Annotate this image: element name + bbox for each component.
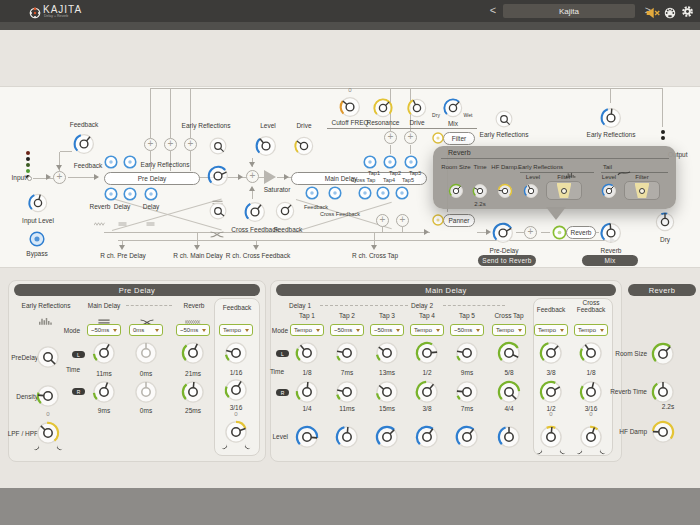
mp-time-l5-knob[interactable] bbox=[453, 339, 481, 367]
mp-level-5-knob[interactable] bbox=[453, 423, 481, 451]
mp-mode-select-tap2[interactable]: ~50ms bbox=[330, 324, 364, 336]
send-to-reverb-button[interactable]: Send to Reverb bbox=[478, 255, 536, 266]
midi-icon[interactable] bbox=[664, 5, 676, 17]
filter-drive-knob[interactable] bbox=[405, 96, 429, 120]
mp-time-r5-knob[interactable] bbox=[453, 378, 481, 406]
reverb-mix-button[interactable]: Mix bbox=[582, 255, 638, 266]
reverb-predelay-knob[interactable] bbox=[490, 220, 516, 246]
reverb-tap-knob[interactable] bbox=[103, 186, 119, 202]
mp-left-badge[interactable]: L bbox=[276, 350, 289, 357]
er-level-knob[interactable] bbox=[205, 163, 231, 189]
mp-feedback-l-knob[interactable] bbox=[537, 339, 565, 367]
input-level-knob[interactable] bbox=[26, 191, 50, 215]
mp-mode-select-crosstap[interactable]: Tempo bbox=[492, 324, 526, 336]
mp-time-l4-knob[interactable] bbox=[413, 339, 441, 367]
mp-mode-select-feedback[interactable]: Tempo bbox=[534, 324, 568, 336]
overlay-er-filter-box[interactable] bbox=[546, 181, 582, 200]
filter-module[interactable]: Filter bbox=[443, 132, 475, 145]
cutoff-freq-knob[interactable] bbox=[337, 94, 363, 120]
pp-mode-select-feedback[interactable]: Tempo bbox=[219, 324, 253, 336]
tap4-knob[interactable] bbox=[375, 185, 391, 201]
pp-time-r-cross-knob[interactable] bbox=[132, 378, 160, 406]
pp-time-l-reverb-knob[interactable] bbox=[179, 339, 207, 367]
rv-reverb-time-knob[interactable] bbox=[649, 378, 677, 406]
mp-time-r3-knob[interactable] bbox=[373, 378, 401, 406]
pp-time-l-main-knob[interactable] bbox=[90, 339, 118, 367]
mp-right-badge[interactable]: R bbox=[276, 389, 289, 396]
pp-left-badge[interactable]: L bbox=[72, 351, 85, 358]
rv-room-size-knob[interactable] bbox=[649, 340, 677, 368]
mp-mode-select-crossfeedback[interactable]: Tempo bbox=[574, 324, 608, 336]
mp-time-l6-knob[interactable] bbox=[495, 339, 523, 367]
md-feedback-knob-small[interactable] bbox=[304, 185, 320, 201]
cross-tap-knob[interactable] bbox=[357, 185, 373, 201]
mp-level-1-knob[interactable] bbox=[293, 423, 321, 451]
overlay-er-level-knob[interactable] bbox=[522, 182, 540, 200]
filter-module-knob[interactable] bbox=[431, 131, 445, 145]
dry-knob[interactable] bbox=[653, 210, 677, 234]
er-return-knob[interactable] bbox=[598, 105, 624, 131]
bypass-button[interactable] bbox=[28, 230, 46, 248]
mp-level-3-knob[interactable] bbox=[373, 423, 401, 451]
mp-level-2-knob[interactable] bbox=[333, 423, 361, 451]
filter-handle[interactable] bbox=[561, 188, 567, 194]
mp-mode-select-tap5[interactable]: ~50ms bbox=[450, 324, 484, 336]
overlay-tail-filter-box[interactable] bbox=[624, 181, 660, 200]
pp-mode-select-main[interactable]: ~50ms bbox=[87, 324, 121, 336]
reverb-module[interactable]: Reverb bbox=[566, 226, 596, 239]
pp-density-knob[interactable] bbox=[34, 382, 62, 410]
gear-icon[interactable] bbox=[681, 4, 694, 17]
pp-lpf-hpf-knob[interactable] bbox=[34, 419, 62, 447]
panner-module[interactable]: Panner bbox=[443, 214, 475, 227]
mp-time-l3-knob[interactable] bbox=[373, 339, 401, 367]
er-out-level-knob[interactable] bbox=[253, 133, 279, 159]
feedback-knob[interactable] bbox=[71, 131, 97, 157]
tap5-knob[interactable] bbox=[394, 185, 410, 201]
pp-time-l-cross-knob[interactable] bbox=[132, 339, 160, 367]
overlay-time-knob[interactable] bbox=[471, 182, 489, 200]
pre-delay-module[interactable]: Pre Delay bbox=[104, 172, 200, 185]
preset-display[interactable]: Kajita bbox=[503, 4, 635, 18]
pp-time-r-reverb-knob[interactable] bbox=[179, 378, 207, 406]
delay-tap-knob-1[interactable] bbox=[122, 186, 138, 202]
mp-cross-feedback-r-knob[interactable] bbox=[577, 378, 605, 406]
rv-hf-damp-knob[interactable] bbox=[649, 418, 677, 446]
mp-level-6-knob[interactable] bbox=[495, 423, 523, 451]
mp-feedback-filter-knob[interactable] bbox=[537, 423, 565, 451]
overlay-hf-damp-knob[interactable] bbox=[496, 182, 514, 200]
mp-time-r4-knob[interactable] bbox=[413, 378, 441, 406]
filter-handle[interactable] bbox=[639, 188, 645, 194]
panner-module-knob[interactable] bbox=[431, 213, 445, 227]
er-predelay-knob[interactable] bbox=[207, 135, 229, 157]
er-send-knob[interactable] bbox=[122, 154, 138, 170]
er-drive-knob[interactable] bbox=[292, 134, 316, 158]
mp-time-l2-knob[interactable] bbox=[333, 339, 361, 367]
feedback-send-knob[interactable] bbox=[103, 154, 119, 170]
mp-mode-select-tap4[interactable]: Tempo bbox=[410, 324, 444, 336]
md-cross-feedback-knob-small[interactable] bbox=[327, 185, 343, 201]
overlay-room-size-knob[interactable] bbox=[447, 182, 465, 200]
mp-level-4-knob[interactable] bbox=[413, 423, 441, 451]
pp-feedback-filter-knob[interactable] bbox=[222, 418, 250, 446]
pp-feedback-r-knob[interactable] bbox=[222, 376, 250, 404]
mp-feedback-r-knob[interactable] bbox=[537, 378, 565, 406]
mp-time-r6-knob[interactable] bbox=[495, 378, 523, 406]
delay-tap-knob-2[interactable] bbox=[143, 186, 159, 202]
pp-mode-select-reverb[interactable]: ~50ms bbox=[176, 324, 210, 336]
pp-predelay-knob[interactable] bbox=[34, 343, 62, 371]
tap1-knob[interactable] bbox=[362, 154, 378, 170]
overlay-tail-level-knob[interactable] bbox=[600, 182, 618, 200]
mp-time-l1-knob[interactable] bbox=[293, 339, 321, 367]
mp-mode-select-tap3[interactable]: ~50ms bbox=[370, 324, 404, 336]
er-send-level-knob[interactable] bbox=[493, 108, 515, 130]
mp-cross-feedback-l-knob[interactable] bbox=[577, 339, 605, 367]
pp-right-badge[interactable]: R bbox=[72, 388, 85, 395]
er-density-knob[interactable] bbox=[207, 200, 229, 222]
tap2-knob[interactable] bbox=[382, 154, 398, 170]
cross-feedback-knob[interactable] bbox=[242, 199, 268, 225]
pp-feedback-l-knob[interactable] bbox=[222, 339, 250, 367]
preset-prev-button[interactable]: < bbox=[486, 4, 500, 18]
pp-mode-select-cross[interactable]: 0ms bbox=[129, 324, 163, 336]
resonance-knob[interactable] bbox=[371, 96, 395, 120]
reverb-level-knob[interactable] bbox=[598, 220, 624, 246]
